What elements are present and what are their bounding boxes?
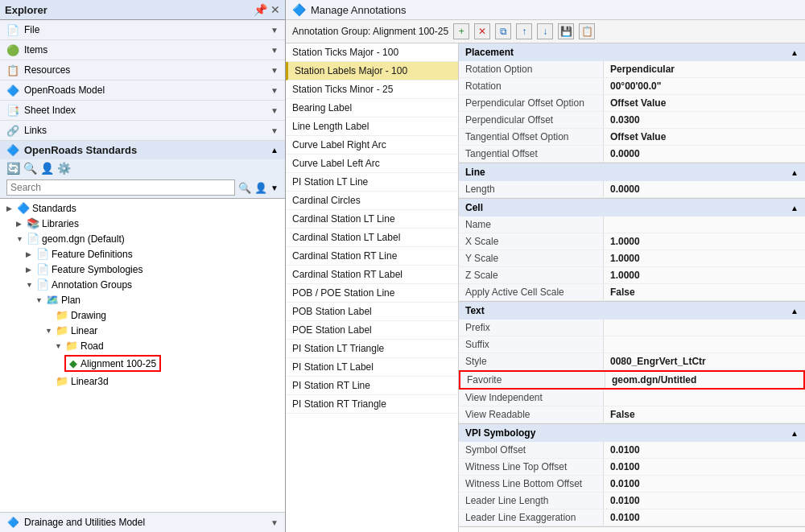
vpi-section: VPI Symbology ▲ Symbol Offset0.0100Witne… xyxy=(459,424,805,527)
tree-item-geom-dgn[interactable]: ▼ 📄 geom.dgn (Default) xyxy=(0,231,285,246)
prop-value xyxy=(604,390,805,406)
add-annotation-button[interactable]: + xyxy=(453,23,469,39)
arrow-libraries: ▶ xyxy=(16,220,24,228)
geom-dgn-icon: 📄 xyxy=(27,233,39,245)
tree-item-road[interactable]: ▼ 📁 Road xyxy=(0,338,285,353)
remove-annotation-button[interactable]: ✕ xyxy=(474,23,490,39)
prop-value: 0080_EngrVert_LtCtr xyxy=(604,353,805,369)
annotation-groups-icon: 📄 xyxy=(36,278,49,291)
nav-sheet-index-label: Sheet Index xyxy=(24,105,76,116)
annotation-list-item[interactable]: Cardinal Station RT Line xyxy=(286,247,458,266)
linear-icon: 📁 xyxy=(56,324,68,336)
drainage-icon: 🔷 xyxy=(6,516,19,529)
chevron-text: ▲ xyxy=(791,307,799,315)
annotation-list-item[interactable]: Cardinal Circles xyxy=(286,192,458,210)
tree-item-feature-symbologies[interactable]: ▶ 📄 Feature Symbologies xyxy=(0,262,285,277)
annotation-list-item[interactable]: PI Station RT Triangle xyxy=(286,395,458,414)
pin-icon[interactable]: 📌 xyxy=(254,3,267,16)
tree-item-libraries[interactable]: ▶ 📚 Libraries xyxy=(0,216,285,231)
tree-item-alignment[interactable]: ◆ Alignment 100-25 xyxy=(0,353,285,373)
annotation-list-item[interactable]: Cardinal Station LT Label xyxy=(286,229,458,247)
clipboard-button[interactable]: 📋 xyxy=(579,23,595,39)
prop-value: Offset Value xyxy=(604,129,805,145)
prop-label: Favorite xyxy=(460,372,605,388)
arrow-annotation-groups: ▼ xyxy=(26,281,34,289)
search-bar: 🔍 👤 ▼ xyxy=(0,177,285,198)
vpi-title: VPI Symbology xyxy=(465,427,535,439)
manage-bar: 🔷 Manage Annotations xyxy=(286,0,805,20)
manage-title: Manage Annotations xyxy=(311,4,407,16)
prop-value: geom.dgn/Untitled xyxy=(605,372,803,388)
annotation-list-item[interactable]: Station Ticks Minor - 25 xyxy=(286,80,458,99)
nav-item-sheet-index[interactable]: 📑 Sheet Index ▼ xyxy=(0,101,285,121)
annotation-list-item[interactable]: PI Station LT Line xyxy=(286,173,458,192)
nav-item-openroads-model[interactable]: 🔷 OpenRoads Model ▼ xyxy=(0,80,285,101)
prop-value: 0.0300 xyxy=(604,112,805,128)
prop-label: Rotation xyxy=(459,78,604,94)
search-magnify-icon[interactable]: 🔍 xyxy=(238,182,251,194)
settings-icon[interactable]: ⚙️ xyxy=(57,162,71,175)
prop-label: X Scale xyxy=(459,233,604,250)
annotation-list-item[interactable]: Cardinal Station LT Line xyxy=(286,210,458,229)
placement-header[interactable]: Placement ▲ xyxy=(459,43,805,61)
refresh-icon[interactable]: 🔄 xyxy=(6,162,20,175)
annotation-group-label: Annotation Group: Alignment 100-25 xyxy=(292,26,448,37)
annotation-list-item[interactable]: PI Station LT Triangle xyxy=(286,340,458,358)
nav-item-resources[interactable]: 📋 Resources ▼ xyxy=(0,60,285,80)
items-icon: 🟢 xyxy=(6,43,19,56)
annotation-list-item[interactable]: POE Station Label xyxy=(286,321,458,340)
property-row: Perpendicular Offset OptionOffset Value xyxy=(459,95,805,112)
annotation-list-item[interactable]: Line Length Label xyxy=(286,118,458,136)
tree-item-linear[interactable]: ▼ 📁 Linear xyxy=(0,323,285,338)
annotation-list-item[interactable]: Cardinal Station RT Label xyxy=(286,266,458,284)
text-header[interactable]: Text ▲ xyxy=(459,302,805,320)
annotation-list-item[interactable]: Station Ticks Major - 100 xyxy=(286,43,458,62)
annotation-list-item[interactable]: Station Labels Major - 100 xyxy=(286,62,458,80)
prop-label: Leader Line Length xyxy=(459,493,604,509)
property-row: Tangential Offset OptionOffset Value xyxy=(459,129,805,146)
annotation-list-item[interactable]: Curve Label Left Arc xyxy=(286,155,458,173)
arrow-feature-symbologies: ▶ xyxy=(26,266,34,274)
cell-header[interactable]: Cell ▲ xyxy=(459,199,805,217)
annotation-list-item[interactable]: Curve Label Right Arc xyxy=(286,136,458,155)
chevron-line: ▲ xyxy=(791,168,799,177)
search-user-icon[interactable]: 👤 xyxy=(254,182,267,194)
annotation-list-item[interactable]: POB / POE Station Line xyxy=(286,284,458,303)
search-chevron-icon[interactable]: ▼ xyxy=(270,184,279,192)
nav-item-items[interactable]: 🟢 Items ▼ xyxy=(0,40,285,60)
user-icon[interactable]: 👤 xyxy=(40,162,54,175)
standards-icon: 🔷 xyxy=(6,144,19,156)
prop-label: Z Scale xyxy=(459,267,604,283)
move-down-button[interactable]: ↓ xyxy=(537,23,553,39)
prop-value: Perpendicular xyxy=(604,61,805,77)
prop-label: Perpendicular Offset xyxy=(459,112,604,128)
line-header[interactable]: Line ▲ xyxy=(459,163,805,181)
tree-item-drawing[interactable]: 📁 Drawing xyxy=(0,307,285,323)
annotation-list-item[interactable]: PI Station LT Label xyxy=(286,358,458,377)
annotation-list-item[interactable]: Bearing Label xyxy=(286,99,458,118)
prop-label: Apply Active Cell Scale xyxy=(459,284,604,300)
close-icon[interactable]: ✕ xyxy=(270,3,280,16)
move-up-button[interactable]: ↑ xyxy=(516,23,532,39)
tree-item-standards[interactable]: ▶ 🔷 Standards xyxy=(0,200,285,216)
save-button[interactable]: 💾 xyxy=(558,23,574,39)
arrow-standards: ▶ xyxy=(6,204,14,212)
annotation-list-item[interactable]: POB Station Label xyxy=(286,303,458,321)
vpi-header[interactable]: VPI Symbology ▲ xyxy=(459,424,805,442)
search-icon[interactable]: 🔍 xyxy=(23,162,37,175)
search-input[interactable] xyxy=(6,179,235,196)
standards-header[interactable]: 🔷 OpenRoads Standards ▲ xyxy=(0,141,285,159)
copy-annotation-button[interactable]: ⧉ xyxy=(495,23,511,39)
property-row: View Independent xyxy=(459,390,805,406)
annotation-list-item[interactable]: PI Station RT Line xyxy=(286,377,458,395)
nav-item-links[interactable]: 🔗 Links ▼ xyxy=(0,121,285,141)
nav-item-drainage[interactable]: 🔷 Drainage and Utilities Model ▼ xyxy=(0,512,285,532)
cell-title: Cell xyxy=(465,202,483,213)
nav-item-file[interactable]: 📄 File ▼ xyxy=(0,20,285,40)
prop-label: Symbol Offset xyxy=(459,442,604,458)
tree-item-annotation-groups[interactable]: ▼ 📄 Annotation Groups xyxy=(0,277,285,292)
tree-item-feature-definitions[interactable]: ▶ 📄 Feature Definitions xyxy=(0,246,285,262)
tree-item-plan[interactable]: ▼ 🗺️ Plan xyxy=(0,292,285,307)
feature-definitions-icon: 📄 xyxy=(36,248,49,260)
tree-item-linear3d[interactable]: 📁 Linear3d xyxy=(0,373,285,389)
